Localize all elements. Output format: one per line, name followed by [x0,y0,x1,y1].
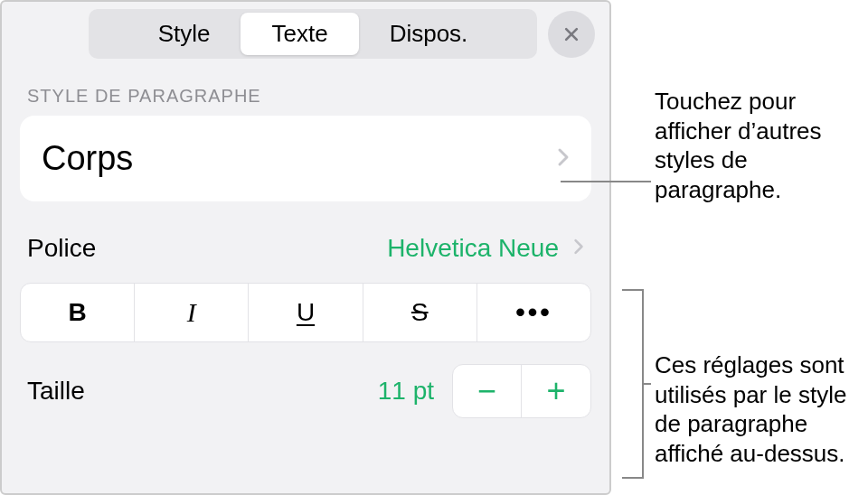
tab-texte[interactable]: Texte [241,13,358,55]
callout-paragraph-styles: Touchez pour afficher d’autres styles de… [655,87,863,204]
underline-label: U [297,298,315,327]
chevron-right-icon [573,238,584,259]
size-increase-button[interactable]: + [522,365,590,417]
more-styles-button[interactable]: ••• [477,284,590,341]
size-label: Taille [27,377,85,406]
callout-settings: Ces réglages sont utilisés par le style … [655,350,868,468]
segmented-control: Style Texte Dispos. [89,9,537,59]
paragraph-style-section-label: STYLE DE PARAGRAPHE [2,66,609,116]
chevron-right-icon [557,147,570,171]
paragraph-style-name: Corps [42,139,133,178]
tab-style[interactable]: Style [127,13,241,55]
strike-label: S [411,298,429,327]
tab-dispos[interactable]: Dispos. [359,13,499,55]
close-icon [562,25,580,43]
callout-bracket [622,289,644,479]
text-style-buttons: B I U S ••• [20,283,591,342]
font-row[interactable]: Police Helvetica Neue [2,223,609,274]
paragraph-style-selector[interactable]: Corps [20,116,591,201]
underline-button[interactable]: U [249,284,363,341]
close-button[interactable] [548,11,595,58]
size-stepper: − + [452,364,591,418]
size-value: 11 pt [378,377,434,406]
format-panel: Style Texte Dispos. STYLE DE PARAGRAPHE … [0,0,611,495]
bold-button[interactable]: B [21,284,135,341]
callout-bracket-tick [642,383,651,385]
tab-bar: Style Texte Dispos. [2,2,609,66]
font-label: Police [27,234,96,263]
font-value: Helvetica Neue [387,234,570,263]
size-row: Taille 11 pt − + [2,342,609,418]
size-decrease-button[interactable]: − [453,365,522,417]
callout-leader [561,181,651,182]
strikethrough-button[interactable]: S [363,284,477,341]
italic-button[interactable]: I [135,284,249,341]
